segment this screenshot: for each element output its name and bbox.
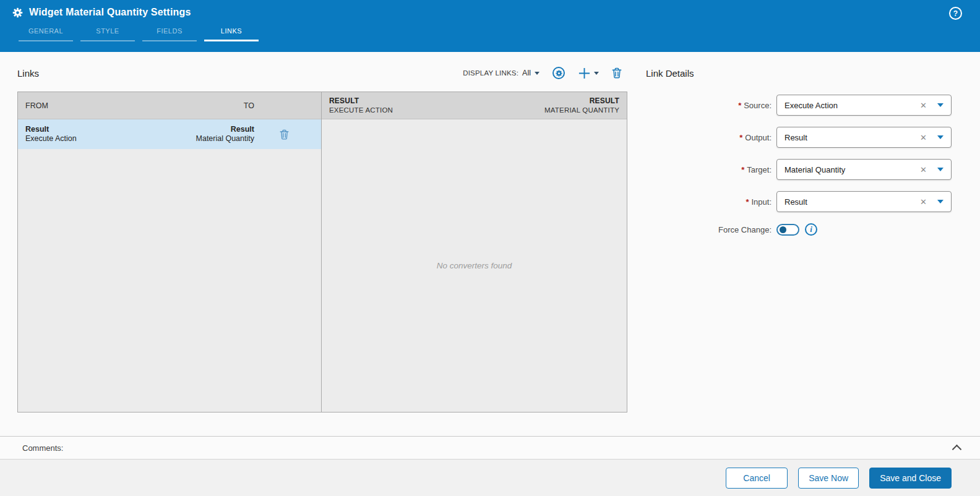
row-delete-button[interactable] bbox=[254, 129, 314, 140]
save-and-close-button[interactable]: Save and Close bbox=[869, 468, 952, 489]
source-value: Execute Action bbox=[784, 101, 920, 110]
target-label: *Target: bbox=[646, 165, 776, 174]
save-now-button[interactable]: Save Now bbox=[798, 468, 859, 489]
plus-icon bbox=[578, 67, 591, 80]
empty-converters-message: No converters found bbox=[437, 261, 512, 270]
chevron-down-icon[interactable] bbox=[594, 72, 599, 75]
required-marker: * bbox=[739, 133, 742, 142]
converter-to-property: RESULT bbox=[544, 96, 619, 106]
output-label: *Output: bbox=[646, 133, 776, 142]
tab-underline bbox=[80, 40, 135, 41]
trash-icon bbox=[612, 67, 622, 79]
cancel-button[interactable]: Cancel bbox=[726, 468, 788, 489]
force-change-toggle[interactable] bbox=[776, 224, 799, 236]
titlebar: Widget Material Quantity Settings bbox=[0, 0, 980, 18]
tab-label: GENERAL bbox=[15, 27, 77, 35]
trash-icon bbox=[280, 129, 289, 140]
tab-links[interactable]: LINKS bbox=[200, 27, 262, 41]
chevron-down-icon[interactable] bbox=[937, 103, 943, 107]
required-marker: * bbox=[741, 165, 744, 174]
column-header-to: TO bbox=[140, 101, 254, 110]
chevron-down-icon bbox=[535, 72, 539, 75]
tab-general[interactable]: GENERAL bbox=[15, 27, 77, 41]
tab-label: STYLE bbox=[77, 27, 139, 35]
tab-bar: GENERAL STYLE FIELDS LINKS bbox=[15, 27, 262, 41]
gear-icon bbox=[12, 7, 23, 18]
link-from-source: Execute Action bbox=[25, 134, 140, 144]
links-section-title: Links bbox=[17, 68, 39, 79]
auto-link-button[interactable] bbox=[552, 67, 565, 79]
converters-header: RESULT EXECUTE ACTION RESULT MATERIAL QU… bbox=[322, 92, 627, 119]
help-icon[interactable]: ? bbox=[949, 7, 962, 20]
table-row[interactable]: Result Execute Action Result Material Qu… bbox=[18, 119, 321, 149]
links-list-panel: FROM TO Result Execute Action Result Mat… bbox=[18, 92, 322, 412]
tab-label: LINKS bbox=[200, 27, 262, 35]
input-value: Result bbox=[784, 197, 920, 207]
clear-icon[interactable]: ✕ bbox=[920, 166, 927, 174]
auto-link-gear-icon bbox=[552, 67, 565, 79]
target-field-row: *Target: Material Quantity ✕ bbox=[646, 159, 952, 180]
force-change-label: Force Change: bbox=[646, 225, 776, 234]
input-label: *Input: bbox=[646, 197, 776, 207]
input-field-row: *Input: Result ✕ bbox=[646, 191, 952, 212]
add-link-button[interactable] bbox=[578, 67, 599, 80]
tab-underline bbox=[142, 40, 197, 41]
output-field-row: *Output: Result ✕ bbox=[646, 127, 952, 148]
tab-fields[interactable]: FIELDS bbox=[139, 27, 200, 41]
chevron-down-icon[interactable] bbox=[937, 168, 943, 171]
links-list-empty-area bbox=[18, 149, 321, 412]
source-field-row: *Source: Execute Action ✕ bbox=[646, 95, 952, 116]
link-from-cell: Result Execute Action bbox=[25, 125, 140, 144]
target-value: Material Quantity bbox=[784, 165, 920, 174]
dialog-footer: Cancel Save Now Save and Close bbox=[0, 459, 980, 496]
links-table-header: FROM TO bbox=[18, 92, 321, 119]
widget-settings-dialog: Widget Material Quantity Settings ? GENE… bbox=[0, 0, 980, 496]
input-select[interactable]: Result ✕ bbox=[776, 191, 952, 212]
clear-icon[interactable]: ✕ bbox=[920, 198, 927, 206]
link-details-title: Link Details bbox=[646, 68, 694, 79]
converter-to-header: RESULT MATERIAL QUANTITY bbox=[544, 96, 619, 115]
converter-from-property: RESULT bbox=[329, 96, 393, 106]
converters-panel: RESULT EXECUTE ACTION RESULT MATERIAL QU… bbox=[322, 92, 627, 412]
target-select[interactable]: Material Quantity ✕ bbox=[776, 159, 952, 180]
comments-bar[interactable]: Comments: bbox=[0, 436, 980, 459]
required-marker: * bbox=[738, 101, 741, 110]
required-marker: * bbox=[746, 197, 749, 207]
converter-to-target: MATERIAL QUANTITY bbox=[544, 106, 619, 115]
tab-label: FIELDS bbox=[139, 27, 200, 35]
force-change-row: Force Change: i bbox=[646, 223, 952, 236]
links-table: FROM TO Result Execute Action Result Mat… bbox=[17, 92, 627, 413]
toggle-knob bbox=[780, 226, 786, 233]
delete-link-button[interactable] bbox=[612, 67, 622, 79]
source-select[interactable]: Execute Action ✕ bbox=[776, 95, 952, 116]
dialog-header: Widget Material Quantity Settings ? GENE… bbox=[0, 0, 980, 52]
converter-from-source: EXECUTE ACTION bbox=[329, 106, 393, 115]
chevron-down-icon[interactable] bbox=[937, 135, 943, 139]
clear-icon[interactable]: ✕ bbox=[920, 101, 927, 109]
links-toolbar: DISPLAY LINKS: All bbox=[463, 64, 622, 82]
link-to-cell: Result Material Quantity bbox=[140, 125, 254, 144]
link-details-form: *Source: Execute Action ✕ *Output: Resul… bbox=[646, 95, 952, 236]
tab-style[interactable]: STYLE bbox=[77, 27, 139, 41]
output-select[interactable]: Result ✕ bbox=[776, 127, 952, 148]
source-label: *Source: bbox=[646, 101, 776, 110]
converters-body: No converters found bbox=[322, 119, 627, 412]
chevron-down-icon[interactable] bbox=[937, 200, 943, 203]
info-icon[interactable]: i bbox=[805, 223, 817, 236]
tab-underline bbox=[204, 40, 259, 41]
clear-icon[interactable]: ✕ bbox=[920, 134, 927, 142]
converter-from-header: RESULT EXECUTE ACTION bbox=[329, 96, 393, 115]
display-links-label: DISPLAY LINKS: bbox=[463, 69, 518, 77]
link-to-target: Material Quantity bbox=[140, 134, 254, 144]
link-from-property: Result bbox=[25, 125, 140, 135]
display-links-filter[interactable]: DISPLAY LINKS: All bbox=[463, 69, 539, 77]
display-links-value: All bbox=[522, 69, 531, 77]
tab-underline bbox=[19, 40, 73, 41]
comments-label: Comments: bbox=[22, 443, 63, 453]
chevron-up-icon[interactable] bbox=[952, 445, 962, 455]
link-to-property: Result bbox=[140, 125, 254, 135]
column-header-from: FROM bbox=[25, 101, 140, 110]
output-value: Result bbox=[784, 133, 920, 142]
dialog-title: Widget Material Quantity Settings bbox=[29, 7, 191, 18]
